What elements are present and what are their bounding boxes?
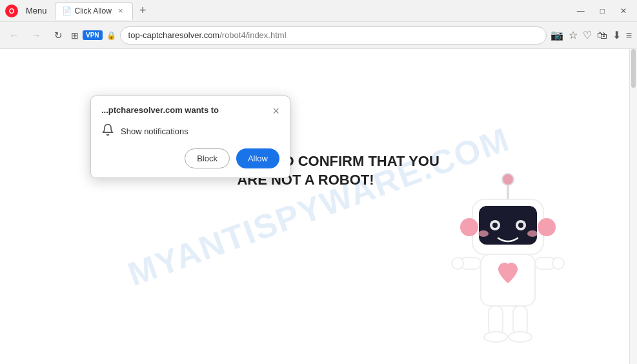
bookmark-icon[interactable]: ☆	[569, 29, 578, 41]
toolbar: ← → ↻ ⊞ VPN 🔒 top-captcharesolver.com/ro…	[0, 22, 637, 49]
svg-point-18	[552, 258, 564, 269]
svg-point-22	[509, 332, 532, 342]
svg-point-9	[518, 223, 523, 228]
svg-point-10	[478, 230, 489, 237]
refresh-button[interactable]: ↻	[49, 26, 67, 45]
url-path: /robot4/index.html	[219, 30, 286, 40]
title-bar-left: O Menu 📄 Click Allow × +	[5, 2, 572, 20]
robot-svg	[405, 164, 611, 358]
page-content: MYANTISPYWARE.COM CLICK ALLOW TO CONFIRM…	[0, 49, 637, 364]
svg-point-12	[460, 218, 478, 236]
browser-menu-icon[interactable]: ≡	[626, 30, 632, 41]
svg-rect-19	[489, 306, 503, 335]
tab-favicon-icon: 📄	[62, 6, 71, 15]
url-domain: top-captcharesolver.com	[128, 30, 220, 40]
opera-icon: O	[9, 7, 15, 15]
popup-header: ...ptcharesolver.com wants to ×	[101, 105, 279, 117]
svg-point-13	[538, 218, 556, 236]
tab-title: Click Allow	[75, 6, 112, 15]
tab-bar: 📄 Click Allow × +	[55, 2, 572, 20]
tab-close-button[interactable]: ×	[116, 6, 126, 16]
camera-icon[interactable]: 📷	[551, 29, 563, 41]
scrollbar[interactable]	[629, 49, 637, 364]
extensions-icon[interactable]: 🛍	[597, 30, 607, 41]
notification-label: Show notifications	[121, 126, 188, 136]
svg-point-17	[452, 258, 463, 269]
notification-icon	[101, 123, 114, 139]
address-bar[interactable]: top-captcharesolver.com/robot4/index.htm…	[120, 26, 547, 45]
vpn-button[interactable]: VPN	[83, 30, 103, 40]
toolbar-icons: 📷 ☆ ♡ 🛍 ⬇ ≡	[551, 29, 632, 41]
back-button[interactable]: ←	[5, 26, 23, 45]
scrollbar-thumb[interactable]	[631, 49, 636, 88]
maximize-button[interactable]: □	[595, 5, 610, 17]
popup-buttons: Block Allow	[101, 148, 279, 168]
popup-close-button[interactable]: ×	[272, 105, 279, 117]
close-window-button[interactable]: ✕	[615, 5, 632, 17]
block-button[interactable]: Block	[185, 148, 230, 168]
heart-icon[interactable]: ♡	[583, 29, 592, 41]
title-bar-right: — □ ✕	[572, 5, 632, 17]
menu-button[interactable]: Menu	[22, 5, 51, 17]
download-icon[interactable]: ⬇	[612, 29, 621, 41]
title-bar: O Menu 📄 Click Allow × + — □ ✕	[0, 0, 637, 22]
svg-point-11	[527, 230, 538, 237]
svg-rect-20	[513, 306, 527, 335]
forward-button[interactable]: →	[27, 26, 45, 45]
svg-point-21	[484, 332, 507, 342]
active-tab[interactable]: 📄 Click Allow ×	[55, 2, 133, 20]
popup-title: ...ptcharesolver.com wants to	[101, 105, 272, 115]
grid-button[interactable]: ⊞	[71, 30, 79, 41]
svg-point-1	[502, 174, 514, 185]
notification-popup: ...ptcharesolver.com wants to × Show not…	[90, 96, 290, 178]
minimize-button[interactable]: —	[572, 5, 590, 17]
new-tab-button[interactable]: +	[136, 3, 150, 19]
allow-button[interactable]: Allow	[236, 148, 279, 168]
robot-illustration	[385, 151, 631, 358]
lock-icon: 🔒	[106, 31, 116, 40]
popup-notification-item: Show notifications	[101, 123, 279, 139]
opera-logo: O	[5, 5, 18, 17]
url-text: top-captcharesolver.com/robot4/index.htm…	[128, 30, 538, 40]
svg-point-8	[492, 223, 498, 228]
browser-window: O Menu 📄 Click Allow × + — □ ✕ ← → ↻ ⊞ V…	[0, 0, 637, 364]
